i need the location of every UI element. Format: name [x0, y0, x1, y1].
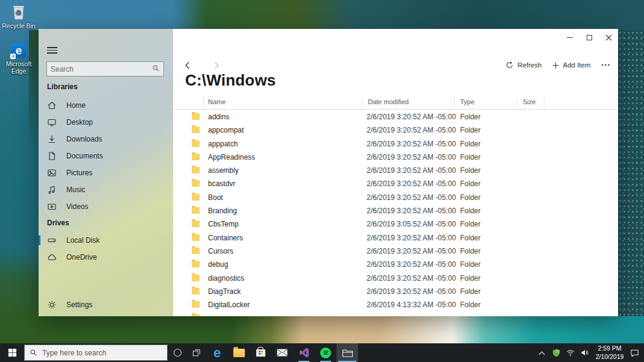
action-center-button[interactable]: [628, 343, 640, 362]
file-name: DiagTrack: [208, 287, 241, 296]
hamburger-menu-button[interactable]: [47, 47, 57, 54]
spotify-icon: [320, 348, 331, 358]
taskbar-app-visual-studio[interactable]: [293, 343, 315, 362]
table-row[interactable]: assembly2/6/2019 3:20:52 AM -05:00Folder: [173, 164, 618, 177]
table-row[interactable]: AppReadiness2/6/2019 3:20:52 AM -05:00Fo…: [173, 151, 618, 164]
file-name: Containers: [208, 234, 243, 242]
file-explorer-icon: [233, 349, 245, 357]
sidebar-item-onedrive[interactable]: OneDrive: [39, 249, 173, 266]
file-name: Branding: [208, 207, 237, 215]
taskbar-app-edge[interactable]: e: [206, 343, 228, 362]
sidebar-search-box[interactable]: [46, 61, 164, 76]
file-name: apppatch: [208, 140, 238, 148]
cortana-icon: [174, 349, 182, 357]
drive-icon: [47, 236, 57, 245]
table-row-partial[interactable]: [173, 311, 618, 316]
sidebar-item-documents[interactable]: Documents: [39, 148, 173, 164]
file-name: Boot: [208, 193, 223, 202]
clock-time: 2:59 PM: [593, 345, 626, 352]
taskbar-app-store[interactable]: [250, 343, 271, 362]
file-date: 2/6/2019 3:20:52 AM -05:00: [367, 179, 456, 188]
mail-icon: [277, 349, 288, 357]
table-row[interactable]: CbsTemp2/6/2019 3:05:52 AM -05:00Folder: [173, 217, 618, 231]
table-row[interactable]: apppatch2/6/2019 3:20:52 AM -05:00Folder: [173, 137, 618, 151]
table-row[interactable]: Branding2/6/2019 3:20:52 AM -05:00Folder: [173, 204, 618, 217]
sidebar-item-local-disk[interactable]: Local Disk: [39, 232, 173, 249]
folder-icon: [192, 314, 200, 316]
table-row[interactable]: debug2/6/2019 3:20:52 AM -05:00Folder: [173, 258, 618, 271]
column-header-name[interactable]: Name: [208, 98, 226, 105]
cortana-button[interactable]: [168, 343, 187, 362]
table-row[interactable]: Containers2/6/2019 3:20:52 AM -05:00Fold…: [173, 231, 618, 245]
download-icon: [47, 134, 57, 144]
taskbar-app-file-explorer[interactable]: [228, 343, 250, 362]
table-row[interactable]: diagnostics2/6/2019 3:20:52 AM -05:00Fol…: [173, 272, 618, 285]
folder-icon: [192, 167, 200, 173]
column-header-date-modified[interactable]: Date modified: [368, 98, 409, 105]
sidebar: Libraries Home Desktop Downloads: [39, 29, 173, 316]
file-type: Folder: [460, 234, 481, 242]
speaker-icon: [581, 349, 589, 357]
file-date: 2/6/2019 3:20:52 AM -05:00: [367, 126, 456, 134]
desktop-icon-microsoft-edge[interactable]: e ↗ Microsoft Edge: [1, 43, 36, 75]
document-icon: [47, 151, 57, 161]
music-icon: [47, 185, 57, 195]
folder-icon: [192, 248, 200, 254]
tray-network[interactable]: [564, 343, 576, 362]
minimize-button[interactable]: [560, 29, 579, 46]
file-date: 2/6/2019 3:20:52 AM -05:00: [367, 274, 456, 282]
table-row[interactable]: DiagTrack2/6/2019 3:20:52 AM -05:00Folde…: [173, 285, 618, 298]
taskbar-search-box[interactable]: [24, 345, 168, 361]
sidebar-item-music[interactable]: Music: [39, 181, 173, 198]
file-type: Folder: [460, 301, 481, 309]
sidebar-item-desktop[interactable]: Desktop: [39, 114, 173, 131]
table-row[interactable]: Cursors2/6/2019 3:20:52 AM -05:00Folder: [173, 245, 618, 258]
sidebar-item-pictures[interactable]: Pictures: [39, 164, 173, 181]
table-row[interactable]: Boot2/6/2019 3:20:52 AM -05:00Folder: [173, 191, 618, 204]
sidebar-item-videos[interactable]: Videos: [39, 198, 173, 215]
taskbar-app-spotify[interactable]: [315, 343, 336, 362]
tray-expand-button[interactable]: [535, 343, 548, 362]
tray-volume[interactable]: [579, 343, 591, 362]
taskbar-clock[interactable]: 2:59 PM 2/10/2019: [593, 345, 626, 360]
sidebar-item-downloads[interactable]: Downloads: [39, 131, 173, 148]
table-row[interactable]: bcastdvr2/6/2019 3:20:52 AM -05:00Folder: [173, 177, 618, 190]
file-type: Folder: [460, 113, 481, 121]
store-icon: [256, 349, 265, 357]
file-date: 2/6/2019 3:20:52 AM -05:00: [367, 234, 456, 242]
file-date: 2/6/2019 3:20:52 AM -05:00: [367, 207, 456, 215]
file-type: Folder: [460, 287, 481, 296]
add-item-button[interactable]: Add Item: [552, 61, 591, 69]
search-icon: [152, 64, 160, 75]
task-view-button[interactable]: [187, 343, 206, 362]
table-row[interactable]: appcompat2/6/2019 3:20:52 AM -05:00Folde…: [173, 123, 618, 137]
close-button[interactable]: [599, 29, 618, 46]
file-type: Folder: [460, 193, 481, 202]
file-type: Folder: [460, 166, 481, 175]
sidebar-item-settings[interactable]: Settings: [39, 296, 173, 313]
more-options-button[interactable]: •••: [601, 62, 612, 68]
table-row[interactable]: DigitalLocker2/6/2019 4:13:32 AM -05:00F…: [173, 298, 618, 311]
desktop-icon-label: Recycle Bin: [1, 22, 36, 30]
column-header-size[interactable]: Size: [523, 98, 535, 105]
table-row[interactable]: addins2/6/2019 3:20:52 AM -05:00Folder: [173, 110, 618, 123]
sidebar-search-input[interactable]: [47, 65, 152, 73]
chevron-up-icon: [538, 351, 545, 355]
sidebar-item-home[interactable]: Home: [39, 97, 173, 114]
start-button[interactable]: [0, 343, 24, 362]
taskbar-app-mail[interactable]: [271, 343, 293, 362]
file-date: 2/6/2019 3:20:52 AM -05:00: [367, 153, 456, 161]
wifi-icon: [566, 349, 575, 357]
file-type: Folder: [460, 179, 481, 188]
file-name: debug: [208, 260, 228, 269]
toolbar: Refresh Add Item •••: [505, 61, 612, 69]
tray-defender[interactable]: [550, 343, 562, 362]
desktop-icon-recycle-bin[interactable]: ♻ Recycle Bin: [1, 4, 36, 30]
taskbar-search-input[interactable]: [42, 349, 162, 357]
taskbar-app-files-active[interactable]: [336, 343, 358, 362]
maximize-button[interactable]: [579, 29, 599, 46]
column-header-type[interactable]: Type: [460, 98, 475, 105]
refresh-button[interactable]: Refresh: [505, 61, 541, 69]
svg-text:♻: ♻: [16, 9, 22, 16]
file-date: 2/6/2019 3:20:52 AM -05:00: [367, 193, 456, 202]
